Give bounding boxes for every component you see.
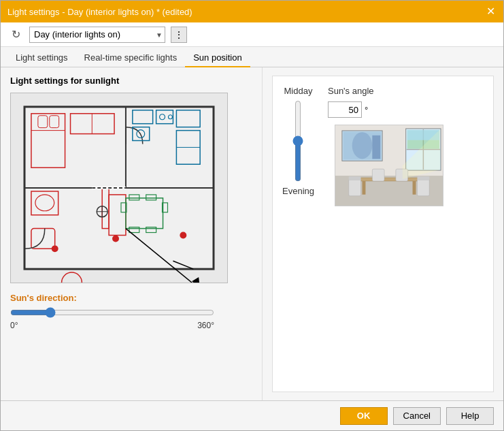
angle-input-row: ° (328, 101, 374, 118)
tab-light-settings[interactable]: Light settings (7, 49, 76, 67)
svg-rect-61 (349, 179, 361, 196)
svg-point-50 (352, 132, 373, 159)
preset-dropdown[interactable]: Day (interior lights on) Night Evening (29, 27, 165, 43)
sun-angle-row: Midday Evening Sun's angle ° (282, 86, 484, 206)
svg-rect-60 (413, 181, 416, 195)
svg-rect-58 (359, 178, 420, 181)
slider-range-labels: 0° 360° (10, 321, 214, 330)
tab-realtime[interactable]: Real-time specific lights (76, 49, 186, 67)
sun-angle-slider[interactable] (288, 100, 307, 182)
svg-point-19 (112, 236, 119, 242)
vertical-slider-section: Midday Evening (282, 86, 314, 196)
right-panel: Midday Evening Sun's angle ° (262, 67, 503, 400)
room-preview (335, 125, 443, 206)
svg-point-17 (62, 272, 82, 283)
floor-plan-container (10, 93, 228, 283)
footer: OK Cancel Help (1, 400, 503, 430)
sun-direction-label: Sun's direction: (10, 293, 252, 303)
main-window: Light settings - Day (interior lights on… (0, 0, 504, 431)
left-panel: Light settings for sunlight (1, 67, 262, 400)
title-bar: Light settings - Day (interior lights on… (1, 1, 503, 22)
close-button[interactable]: ✕ (484, 5, 497, 18)
evening-label: Evening (282, 186, 314, 196)
svg-rect-64 (417, 176, 429, 180)
angle-and-preview: Sun's angle ° (328, 86, 443, 206)
ok-button[interactable]: OK (340, 407, 388, 425)
svg-point-20 (180, 232, 186, 239)
sun-angle-input[interactable] (328, 101, 362, 118)
section-title: Light settings for sunlight (10, 76, 252, 86)
sun-angle-control: Sun's angle ° (328, 86, 374, 118)
more-options-button[interactable]: ⋮ (171, 27, 187, 43)
refresh-button[interactable]: ↻ (7, 27, 24, 43)
content-area: Light settings for sunlight (1, 67, 503, 400)
sun-direction-section: Sun's direction: 0° 360° (10, 293, 252, 330)
svg-marker-42 (192, 277, 200, 283)
svg-rect-65 (372, 169, 384, 181)
degree-symbol: ° (365, 105, 368, 115)
right-inner-panel: Midday Evening Sun's angle ° (272, 76, 494, 392)
help-button[interactable]: Help (446, 407, 494, 425)
floor-plan-svg (11, 93, 227, 283)
slider-min-label: 0° (10, 321, 18, 330)
midday-label: Midday (284, 86, 313, 96)
sun-direction-slider-container (10, 306, 252, 319)
slider-max-label: 360° (197, 321, 214, 330)
sun-direction-slider[interactable] (10, 307, 214, 318)
toolbar: ↻ Day (interior lights on) Night Evening… (1, 22, 503, 47)
tab-bar: Light settings Real-time specific lights… (1, 47, 503, 67)
tab-sun-position[interactable]: Sun position (185, 49, 250, 67)
svg-rect-59 (362, 181, 365, 195)
cancel-button[interactable]: Cancel (393, 407, 441, 425)
svg-point-18 (52, 245, 58, 252)
sun-angle-label: Sun's angle (328, 86, 374, 96)
svg-rect-51 (372, 135, 380, 159)
svg-rect-63 (417, 179, 429, 196)
svg-rect-62 (349, 176, 361, 180)
window-title: Light settings - Day (interior lights on… (7, 7, 192, 17)
room-preview-svg (335, 125, 443, 206)
preset-dropdown-wrapper: Day (interior lights on) Night Evening ▼ (29, 27, 165, 43)
